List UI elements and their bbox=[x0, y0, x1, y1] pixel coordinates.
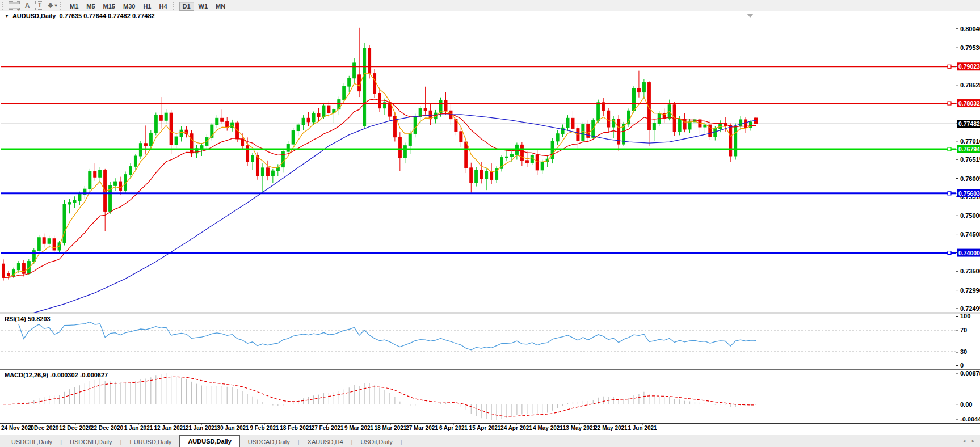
candle-body bbox=[556, 134, 559, 141]
date-axis-label: 12 Jan 2021 bbox=[154, 425, 186, 431]
chart-title-ohlc: 0.77635 0.77644 0.77482 0.77482 bbox=[59, 12, 154, 19]
chart-area[interactable]: 0.800400.795300.785250.770100.765150.760… bbox=[0, 0, 980, 447]
candle-body bbox=[653, 123, 655, 130]
candle-body bbox=[566, 118, 569, 128]
arrow-tools-icon-glyph: ❖ bbox=[48, 2, 54, 10]
candle-body bbox=[322, 106, 325, 117]
rsi-axis-label: 70 bbox=[960, 327, 967, 334]
timeframe-button-w1[interactable]: W1 bbox=[195, 2, 212, 11]
candle-body bbox=[297, 125, 300, 130]
support-line-label: 0.75603 bbox=[958, 190, 980, 197]
hline-handle[interactable] bbox=[948, 65, 951, 68]
candle-body bbox=[709, 125, 712, 137]
tab-usoil-daily[interactable]: USOil,Daily bbox=[352, 437, 400, 447]
macd-axis-label: -0.004451 bbox=[960, 416, 980, 423]
date-axis[interactable]: 24 Nov 20203 Dec 202012 Dec 202022 Dec 2… bbox=[1, 423, 657, 431]
price-axis-label: 0.77010 bbox=[960, 138, 980, 145]
hline-handle[interactable] bbox=[948, 102, 951, 105]
indicator-list-icon-glyph: F bbox=[9, 1, 20, 10]
candle-body bbox=[7, 273, 10, 276]
candle-body bbox=[409, 134, 411, 146]
resistance-line-label: 0.79023 bbox=[958, 63, 980, 70]
toolbar-grip[interactable] bbox=[2, 2, 6, 10]
candle-body bbox=[89, 171, 91, 189]
candle-body bbox=[53, 239, 56, 250]
indicator-list-icon[interactable]: F bbox=[9, 1, 20, 10]
candle-body bbox=[505, 157, 508, 157]
price-axis-label: 0.80040 bbox=[960, 26, 980, 32]
candle-body bbox=[129, 166, 132, 174]
candle-body bbox=[551, 141, 554, 159]
candle-body bbox=[73, 200, 76, 202]
candle-body bbox=[37, 238, 40, 251]
timeframe-button-d1[interactable]: D1 bbox=[179, 2, 194, 11]
hline-handle[interactable] bbox=[948, 192, 951, 195]
arrow-tools-icon[interactable]: ❖ ▾ bbox=[47, 1, 57, 10]
tab-usdchf-daily[interactable]: USDCHF,Daily bbox=[3, 437, 60, 447]
price-axis-label: 0.73500 bbox=[960, 268, 980, 275]
tab-usdcnh-daily[interactable]: USDCNH,Daily bbox=[62, 437, 120, 447]
toolbar-grip[interactable] bbox=[60, 2, 64, 10]
macd-indicator-label: MACD(12,26,9) -0.000302 -0.000627 bbox=[5, 372, 108, 378]
tab-eurusd-daily[interactable]: EURUSD,Daily bbox=[121, 437, 179, 447]
candle-body bbox=[520, 145, 523, 160]
candle-body bbox=[719, 123, 722, 128]
rsi-axis-label: 100 bbox=[960, 313, 970, 319]
timeframe-button-m1[interactable]: M1 bbox=[66, 2, 82, 11]
date-axis-label: 12 Dec 2020 bbox=[59, 425, 92, 431]
tab-usdcad-daily[interactable]: USDCAD,Daily bbox=[240, 437, 298, 447]
candle-body bbox=[190, 134, 193, 153]
candle-body bbox=[632, 88, 635, 111]
date-axis-label: 6 Apr 2021 bbox=[439, 425, 468, 431]
hline-handle[interactable] bbox=[948, 147, 951, 151]
text-box-icon[interactable]: T bbox=[35, 1, 45, 10]
candle-body bbox=[465, 142, 468, 168]
price-axis-label: 0.75000 bbox=[960, 212, 980, 219]
candle-body bbox=[154, 115, 157, 133]
candle-body bbox=[292, 131, 295, 145]
candle-body bbox=[475, 170, 478, 183]
hline-handle[interactable] bbox=[948, 251, 951, 255]
timeframe-button-h1[interactable]: H1 bbox=[140, 2, 154, 11]
date-axis-label: 21 Jan 2021 bbox=[186, 425, 218, 431]
candle-body bbox=[134, 156, 137, 166]
timeframe-button-m30[interactable]: M30 bbox=[120, 2, 138, 11]
macd-axis-label: 0.008782 bbox=[960, 370, 980, 377]
rsi-axis-label: 0 bbox=[960, 362, 964, 369]
symbol-tabbar: USDCHF,Daily|USDCNH,Daily|EURUSD,DailyAU… bbox=[0, 435, 980, 447]
date-axis-label: 1 Jan 2021 bbox=[124, 425, 153, 431]
candle-body bbox=[398, 137, 401, 158]
candle-body bbox=[714, 129, 717, 137]
candle-body bbox=[43, 238, 45, 243]
candle-body bbox=[200, 146, 203, 149]
price-axis-label: 0.76005 bbox=[960, 175, 980, 182]
candle-body bbox=[327, 106, 330, 113]
candle-body bbox=[175, 137, 178, 145]
date-axis-label: 27 Mar 2021 bbox=[406, 425, 438, 431]
candle-body bbox=[353, 63, 356, 78]
support-line-label: 0.76794 bbox=[958, 146, 980, 153]
tab-audusd-daily[interactable]: AUDUSD,Daily bbox=[179, 435, 239, 447]
tab-scroll-right-icon[interactable]: ▸ bbox=[969, 437, 978, 446]
timeframe-button-h4[interactable]: H4 bbox=[155, 2, 170, 11]
timeframe-button-m15[interactable]: M15 bbox=[100, 2, 119, 11]
candle-body bbox=[99, 170, 102, 177]
text-a-icon[interactable]: A bbox=[22, 1, 32, 10]
candle-body bbox=[536, 155, 539, 170]
toolbar-grip bbox=[173, 2, 177, 10]
timeframe-button-mn[interactable]: MN bbox=[212, 2, 229, 11]
candle-body bbox=[373, 73, 376, 93]
timeframe-buttons: M1M5M15M30H1H4D1W1MN bbox=[66, 1, 229, 11]
date-axis-label: 22 May 2021 bbox=[594, 425, 628, 431]
tab-scroll-left-icon[interactable]: ◂ bbox=[960, 437, 969, 446]
tab-xauusd-h4[interactable]: XAUUSD,H4 bbox=[300, 437, 351, 447]
support-line-label: 0.74000 bbox=[958, 250, 980, 256]
candle-body bbox=[180, 130, 183, 137]
date-axis-label: 27 Feb 2021 bbox=[312, 425, 344, 431]
date-axis-label: 3 Dec 2020 bbox=[30, 425, 59, 431]
chart-title-marker-icon: ▼ bbox=[5, 14, 9, 19]
price-axis-label: 0.78525 bbox=[960, 82, 980, 88]
candle-body bbox=[246, 146, 249, 162]
timeframe-button-m5[interactable]: M5 bbox=[83, 2, 98, 11]
candle-body bbox=[480, 170, 483, 179]
